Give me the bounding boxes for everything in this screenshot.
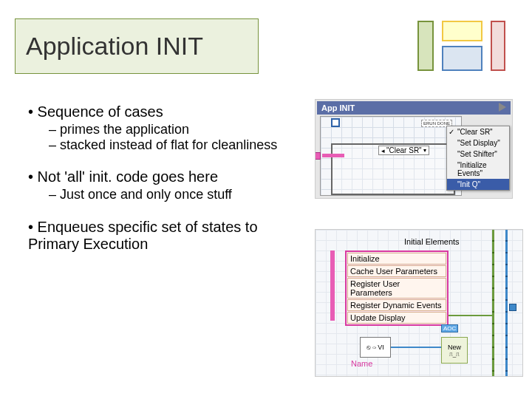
- array-element: Cache User Parameters: [347, 265, 446, 277]
- wire-green: [449, 315, 494, 316]
- array-constant: Initialize Cache User Parameters Registe…: [345, 250, 449, 326]
- menu-item: "Initialize Events": [447, 160, 509, 179]
- figure-app-init: App INIT ERUN DONE "Clear SR" "Clear SR"…: [315, 99, 513, 199]
- slide-title: Application INIT: [26, 32, 203, 61]
- list-item: Just once and only once stuff: [49, 187, 294, 202]
- wire-pink: [322, 154, 344, 157]
- loop-border-green: [492, 230, 494, 377]
- wire-blue: [391, 347, 441, 348]
- list-item: Not 'all' init. code goes here Just once…: [28, 168, 294, 202]
- vi-ref-node: ⎋ ⇨ VI: [360, 337, 391, 358]
- tunnel-icon: [509, 304, 516, 311]
- decor-blue-box: [442, 46, 482, 71]
- constant-label: Initial Elements: [404, 237, 460, 246]
- wire-pink: [330, 250, 335, 321]
- list-item: stacked instead of flat for cleanliness: [49, 137, 294, 153]
- menu-item: "Set Display": [447, 137, 509, 149]
- aoc-node: AOC: [441, 324, 458, 332]
- case-selector: "Clear SR": [378, 146, 429, 155]
- loop-border-blue: [505, 230, 508, 377]
- menu-item: "Init Q": [447, 179, 509, 190]
- list-item: Enqueues specific set of states to Prima…: [28, 219, 294, 253]
- array-element: Initialize: [347, 253, 446, 265]
- name-label: Name: [351, 359, 372, 368]
- bullet-content: Sequence of cases primes the application…: [28, 103, 294, 269]
- loop-index-icon: [331, 118, 340, 127]
- run-arrow-icon: [499, 103, 506, 112]
- figure-initial-elements: Initial Elements Initialize Cache User P…: [315, 229, 523, 377]
- list-item: Sequence of cases primes the application…: [28, 103, 294, 152]
- array-element: Register Dynamic Events: [347, 299, 446, 311]
- menu-item: "Set Shifter": [447, 149, 509, 160]
- menu-item: "Clear SR": [447, 126, 509, 137]
- array-element: Update Display: [347, 312, 446, 324]
- block-diagram-grid: ERUN DONE "Clear SR": [320, 116, 462, 196]
- bullet-list: Sequence of cases primes the application…: [28, 103, 294, 253]
- shift-register-icon: [315, 152, 321, 160]
- list-item: primes the application: [49, 122, 294, 137]
- window-header: App INIT: [317, 101, 511, 115]
- decor-yellow-box: [442, 21, 482, 41]
- case-structure: "Clear SR": [331, 143, 455, 195]
- case-menu: "Clear SR" "Set Display" "Set Shifter" "…: [446, 126, 510, 191]
- decor-green-bar: [417, 21, 434, 71]
- slide-title-box: Application INIT: [15, 18, 259, 74]
- decor-red-bar: [491, 21, 505, 71]
- new-node: New ⎍_⎍: [441, 337, 468, 364]
- array-element: Register User Parameters: [347, 278, 446, 299]
